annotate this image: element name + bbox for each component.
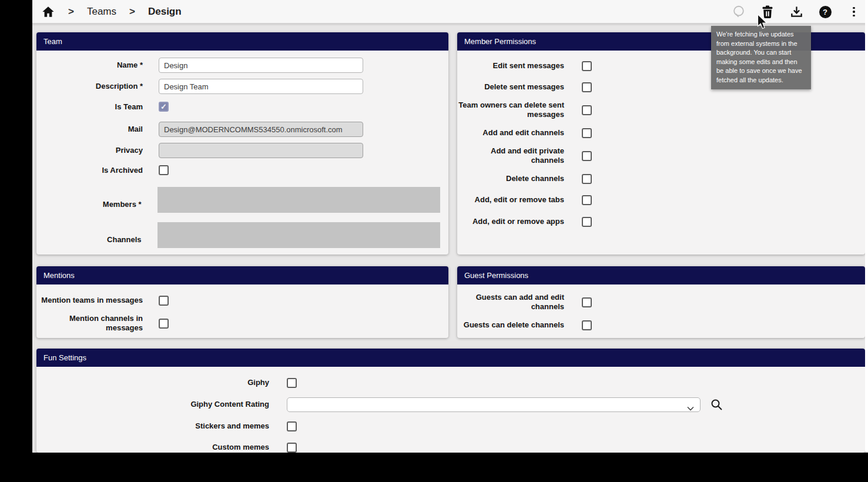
mentions-panel: Mentions Mention teams in messages Menti…: [36, 266, 448, 338]
giphy-checkbox[interactable]: [287, 378, 297, 388]
mail-input: [159, 122, 363, 137]
team-panel: Team Name * Description * Is Team ✓ Mail: [36, 32, 448, 255]
add-edit-channels-checkbox[interactable]: [582, 128, 592, 138]
description-label: Description *: [36, 82, 143, 91]
description-field-row: Description *: [36, 79, 440, 94]
description-input[interactable]: [159, 79, 363, 94]
mail-label: Mail: [36, 125, 143, 134]
channels-placeholder: [157, 222, 440, 248]
mention-teams-label: Mention teams in messages: [36, 296, 143, 305]
guests-delete-checkbox[interactable]: [582, 320, 592, 330]
permission-row: Add and edit channels: [457, 125, 857, 140]
permission-row: Delete channels: [457, 171, 857, 186]
owners-delete-messages-label: Team owners can delete sent messages: [457, 101, 564, 119]
breadcrumb: > Teams > Design: [32, 5, 182, 19]
name-label: Name *: [36, 61, 143, 70]
stickers-memes-checkbox[interactable]: [287, 421, 297, 431]
mention-channels-label: Mention channels in messages: [36, 314, 143, 333]
mail-field-row: Mail: [36, 122, 440, 137]
scrollbar-track[interactable]: [865, 0, 868, 451]
giphy-row: Giphy: [36, 375, 857, 390]
is-archived-row: Is Archived: [36, 165, 440, 175]
guests-add-edit-checkbox[interactable]: [582, 297, 592, 307]
add-edit-private-channels-label: Add and edit private channels: [457, 146, 564, 165]
privacy-label: Privacy: [36, 146, 143, 155]
is-archived-label: Is Archived: [36, 166, 143, 175]
refresh-icon[interactable]: [732, 5, 746, 19]
members-label: Members *: [36, 200, 142, 213]
privacy-input: [159, 143, 363, 158]
giphy-content-rating-select[interactable]: [287, 397, 701, 412]
owners-delete-messages-checkbox[interactable]: [582, 105, 592, 115]
search-icon[interactable]: [711, 399, 723, 411]
stickers-memes-label: Stickers and memes: [36, 421, 269, 431]
add-edit-remove-apps-label: Add, edit or remove apps: [457, 217, 564, 226]
permission-row: Add, edit or remove tabs: [457, 192, 857, 207]
toolbar-actions: ?: [732, 0, 861, 24]
screen: > Teams > Design: [0, 0, 868, 482]
custom-memes-label: Custom memes: [36, 443, 269, 452]
channels-label: Channels: [36, 235, 142, 248]
name-input[interactable]: [159, 58, 363, 73]
chevron-right-icon: >: [129, 6, 135, 18]
permission-row: Add and edit private channels: [457, 148, 857, 163]
is-team-row: Is Team ✓: [36, 102, 440, 112]
delete-channels-label: Delete channels: [457, 174, 564, 183]
mention-channels-checkbox[interactable]: [159, 319, 169, 329]
breadcrumb-teams[interactable]: Teams: [87, 6, 116, 18]
chevron-down-icon: [687, 403, 694, 413]
is-archived-checkbox[interactable]: [159, 165, 169, 175]
add-edit-private-channels-checkbox[interactable]: [582, 151, 592, 161]
is-team-label: Is Team: [36, 102, 143, 112]
guests-add-edit-row: Guests can add and edit channels: [457, 294, 857, 310]
giphy-label: Giphy: [36, 378, 269, 387]
channels-field-row: Channels: [36, 222, 440, 248]
custom-memes-checkbox[interactable]: [287, 443, 297, 453]
fun-settings-panel: Fun Settings Giphy Giphy Content Rating: [36, 349, 865, 453]
delete-channels-checkbox[interactable]: [582, 174, 592, 184]
add-edit-remove-apps-checkbox[interactable]: [582, 217, 592, 227]
mentions-title: Mentions: [36, 266, 448, 284]
fun-settings-title: Fun Settings: [36, 349, 865, 367]
mouse-cursor: [757, 14, 768, 32]
guests-delete-row: Guests can delete channels: [457, 317, 857, 333]
giphy-content-rating-row: Giphy Content Rating: [36, 397, 857, 412]
permission-row: Add, edit or remove apps: [457, 214, 857, 229]
members-field-row: Members *: [36, 187, 440, 213]
delete-sent-messages-checkbox[interactable]: [582, 82, 592, 92]
guests-delete-label: Guests can delete channels: [457, 320, 564, 330]
giphy-content-rating-label: Giphy Content Rating: [36, 400, 269, 409]
custom-memes-row: Custom memes: [36, 440, 857, 453]
edit-sent-messages-label: Edit sent messages: [457, 61, 564, 71]
chevron-right-icon: >: [68, 6, 74, 18]
delete-sent-messages-label: Delete sent messages: [457, 82, 564, 92]
more-options-icon[interactable]: [847, 5, 861, 19]
team-panel-title: Team: [36, 32, 448, 51]
is-team-checkbox[interactable]: ✓: [159, 102, 169, 112]
guest-permissions-panel: Guest Permissions Guests can add and edi…: [457, 266, 865, 338]
edit-sent-messages-checkbox[interactable]: [582, 61, 592, 71]
guests-add-edit-label: Guests can add and edit channels: [457, 293, 564, 312]
mention-channels-row: Mention channels in messages: [36, 316, 440, 331]
privacy-field-row: Privacy: [36, 143, 440, 158]
mention-teams-row: Mention teams in messages: [36, 293, 440, 308]
home-icon[interactable]: [41, 5, 55, 19]
add-edit-remove-tabs-checkbox[interactable]: [582, 195, 592, 205]
members-placeholder: [157, 187, 440, 213]
download-icon[interactable]: [789, 5, 803, 19]
permission-row: Team owners can delete sent messages: [457, 102, 857, 118]
name-field-row: Name *: [36, 58, 440, 73]
fetching-updates-tooltip: We're fetching live updates from externa…: [711, 26, 811, 89]
breadcrumb-design: Design: [148, 6, 182, 18]
add-edit-remove-tabs-label: Add, edit or remove tabs: [457, 195, 564, 205]
guest-permissions-title: Guest Permissions: [457, 266, 865, 284]
add-edit-channels-label: Add and edit channels: [457, 128, 564, 138]
app-window: > Teams > Design: [32, 0, 868, 453]
top-bar: > Teams > Design: [32, 0, 868, 24]
stickers-memes-row: Stickers and memes: [36, 419, 857, 434]
help-icon[interactable]: ?: [818, 5, 832, 19]
mention-teams-checkbox[interactable]: [159, 296, 169, 306]
